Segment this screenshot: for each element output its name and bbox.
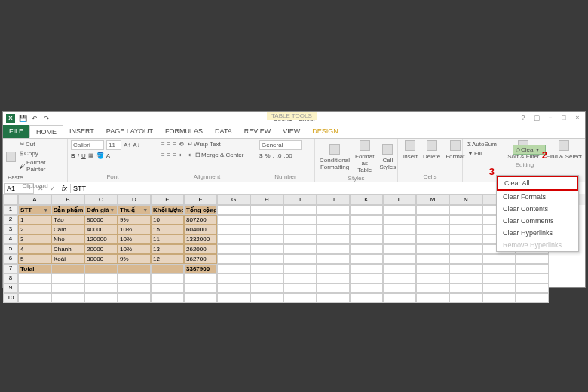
cell[interactable] [516,293,549,303]
row-header[interactable]: 4 [3,234,18,244]
cell[interactable] [151,293,184,303]
cell[interactable]: 15 [151,225,184,234]
cell[interactable] [151,264,184,274]
cell[interactable]: Total [18,264,51,274]
undo-icon[interactable]: ↶ [30,114,39,123]
cell[interactable] [516,274,549,283]
cell[interactable]: 5 [18,254,51,264]
tab-data[interactable]: DATA [209,125,238,138]
cell[interactable] [18,283,51,293]
indent-inc-icon[interactable]: ⇥ [186,152,191,158]
cell[interactable] [217,215,250,225]
comma-icon[interactable]: , [273,152,274,159]
menu-clear-formats[interactable]: Clear Formats [497,191,578,203]
cell[interactable] [416,205,449,215]
grow-font-icon[interactable]: A↑ [124,142,130,149]
cell[interactable]: Sản phẩm▾ [51,205,84,215]
cell[interactable] [416,215,449,225]
align-mid-icon[interactable]: ≡ [167,141,171,148]
cell[interactable]: 120000 [84,234,118,244]
cell[interactable] [350,215,383,225]
cell[interactable] [51,274,84,283]
cell[interactable] [350,283,383,293]
cell[interactable] [350,274,383,283]
find-select-icon[interactable] [559,140,569,151]
cell[interactable]: Đơn giá▾ [84,205,118,215]
italic-button[interactable]: I [78,152,79,159]
format-table-icon[interactable] [360,140,370,151]
paste-icon[interactable] [6,152,16,162]
cell[interactable]: 12 [151,254,184,264]
cell[interactable] [118,283,151,293]
cell[interactable] [383,254,416,264]
cell[interactable]: 1 [18,215,51,225]
row-header[interactable]: 10 [3,293,18,303]
ribbon-options-icon[interactable]: ▢ [531,114,543,123]
cell[interactable] [250,234,283,244]
cell[interactable] [250,264,283,274]
row-header[interactable]: 6 [3,254,18,264]
cell[interactable]: 1332000 [184,234,217,244]
cell[interactable] [250,205,283,215]
cell[interactable] [283,244,317,254]
cell[interactable] [350,205,383,215]
tab-design[interactable]: DESIGN [306,125,345,138]
align-top-icon[interactable]: ≡ [161,141,165,148]
row-header[interactable]: 3 [3,225,18,234]
fill-color-icon[interactable]: 🪣 [96,152,104,159]
cell[interactable] [350,234,383,244]
col-header[interactable]: L [383,194,416,205]
cell[interactable] [383,274,416,283]
cell[interactable]: 13 [151,244,184,254]
filter-icon[interactable]: ▾ [111,206,117,214]
format-painter-button[interactable]: 🖌 Format Painter [18,158,64,173]
cell[interactable]: 9% [118,215,151,225]
menu-clear-contents[interactable]: Clear Contents [497,203,578,215]
indent-dec-icon[interactable]: ⇤ [179,152,184,158]
cell[interactable]: 10% [118,234,151,244]
menu-clear-hyperlinks[interactable]: Clear Hyperlinks [497,227,578,239]
col-header[interactable]: B [51,194,84,205]
cell[interactable] [449,283,482,293]
cell[interactable] [449,293,482,303]
cell[interactable] [449,254,482,264]
cell[interactable]: Táo [51,215,84,225]
cell[interactable] [416,283,449,293]
col-header[interactable]: C [84,194,118,205]
col-header[interactable]: K [350,194,383,205]
font-color-icon[interactable]: A [106,152,110,159]
filter-icon[interactable]: ▾ [210,206,216,214]
cell[interactable] [84,293,118,303]
format-icon[interactable] [450,140,461,151]
col-header[interactable]: I [283,194,317,205]
cell[interactable]: 10 [151,215,184,225]
cell[interactable] [217,234,250,244]
cell[interactable] [283,293,317,303]
cell[interactable] [416,234,449,244]
cell[interactable] [118,293,151,303]
cell[interactable] [217,225,250,234]
cell[interactable] [317,274,350,283]
col-header[interactable]: E [151,194,184,205]
cell[interactable]: STT▾ [18,205,51,215]
cell[interactable] [383,283,416,293]
currency-icon[interactable]: $ [259,152,262,159]
cell[interactable] [449,274,482,283]
cell[interactable]: 3 [18,234,51,244]
cell[interactable] [283,254,317,264]
cell[interactable] [516,254,549,264]
cell[interactable] [217,205,250,215]
fill-button[interactable]: ▼ Fill [466,149,500,158]
cell[interactable] [317,205,350,215]
cell[interactable]: 80000 [84,215,118,225]
cell[interactable] [283,215,317,225]
cell[interactable]: 10% [118,225,151,234]
cell[interactable] [383,234,416,244]
align-left-icon[interactable]: ≡ [161,152,165,158]
cell[interactable] [317,225,350,234]
col-header[interactable]: N [449,194,482,205]
cell[interactable] [416,225,449,234]
cell[interactable] [184,293,217,303]
menu-clear-all[interactable]: Clear All [497,176,578,191]
cell[interactable] [317,215,350,225]
